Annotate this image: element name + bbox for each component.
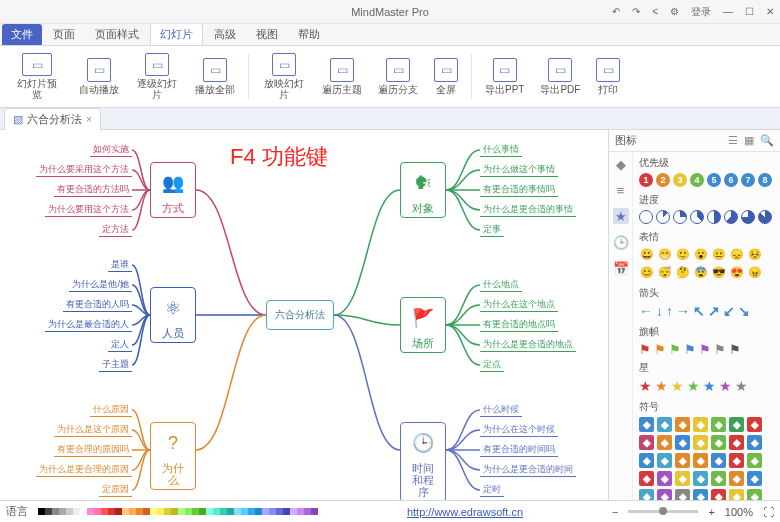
swatch-28[interactable] — [234, 508, 241, 515]
symbol-33[interactable]: ◆ — [729, 489, 744, 500]
emotion-12[interactable]: 😍 — [729, 265, 744, 280]
symbol-27[interactable]: ◆ — [747, 471, 762, 486]
flag-1[interactable] — [654, 342, 666, 355]
star-5[interactable]: ★ — [719, 378, 732, 394]
symbol-23[interactable]: ◆ — [675, 471, 690, 486]
progress-1[interactable] — [656, 210, 670, 224]
priority-8[interactable]: 8 — [758, 173, 772, 187]
symbol-8[interactable]: ◆ — [657, 435, 672, 450]
leaf-dx-1[interactable]: 为什么做这个事情 — [480, 163, 558, 177]
emotion-9[interactable]: 🤔 — [675, 265, 690, 280]
leaf-ry-2[interactable]: 有更合适的人吗 — [63, 298, 132, 312]
zoom-slider[interactable] — [628, 510, 698, 513]
swatch-35[interactable] — [283, 508, 290, 515]
status-url[interactable]: http://www.edrawsoft.cn — [407, 506, 523, 518]
priority-4[interactable]: 4 — [690, 173, 704, 187]
symbol-7[interactable]: ◆ — [639, 435, 654, 450]
symbol-2[interactable]: ◆ — [675, 417, 690, 432]
leaf-ry-1[interactable]: 为什么是他/她 — [69, 278, 132, 292]
swatch-33[interactable] — [269, 508, 276, 515]
emotion-11[interactable]: 😎 — [711, 265, 726, 280]
leaf-fs-1[interactable]: 为什么要采用这个方法 — [36, 163, 132, 177]
ribbon-item-2[interactable]: ▭逐级幻灯片 — [130, 50, 184, 103]
fit-screen-icon[interactable]: ⛶ — [763, 506, 774, 518]
ribbon-item-8[interactable]: ▭全屏 — [429, 50, 463, 103]
flag-3[interactable] — [684, 342, 696, 355]
undo-icon[interactable]: ↶ — [612, 6, 620, 17]
symbol-32[interactable]: ◆ — [711, 489, 726, 500]
leaf-ws-4[interactable]: 定原因 — [99, 483, 132, 497]
emotion-5[interactable]: 😞 — [729, 247, 744, 262]
leaf-ws-2[interactable]: 有更合理的原因吗 — [54, 443, 132, 457]
swatch-34[interactable] — [276, 508, 283, 515]
symbol-18[interactable]: ◆ — [711, 453, 726, 468]
swatch-31[interactable] — [255, 508, 262, 515]
node-cs[interactable]: 🚩场所 — [400, 297, 446, 353]
swatch-26[interactable] — [220, 508, 227, 515]
leaf-sj-2[interactable]: 有更合适的时间吗 — [480, 443, 558, 457]
zoom-out-icon[interactable]: − — [612, 506, 618, 518]
swatch-29[interactable] — [241, 508, 248, 515]
swatch-11[interactable] — [115, 508, 122, 515]
priority-7[interactable]: 7 — [741, 173, 755, 187]
node-dx[interactable]: 🗣对象 — [400, 162, 446, 218]
leaf-sj-1[interactable]: 为什么在这个时候 — [480, 423, 558, 437]
priority-6[interactable]: 6 — [724, 173, 738, 187]
leaf-fs-3[interactable]: 为什么要用这个方法 — [45, 203, 132, 217]
swatch-0[interactable] — [38, 508, 45, 515]
star-6[interactable]: ★ — [735, 378, 748, 394]
priority-1[interactable]: 1 — [639, 173, 653, 187]
swatch-39[interactable] — [311, 508, 318, 515]
swatch-23[interactable] — [199, 508, 206, 515]
emotion-7[interactable]: 😊 — [639, 265, 654, 280]
symbol-6[interactable]: ◆ — [747, 417, 762, 432]
symbol-30[interactable]: ◆ — [675, 489, 690, 500]
flag-4[interactable] — [699, 342, 711, 355]
swatch-32[interactable] — [262, 508, 269, 515]
swatch-24[interactable] — [206, 508, 213, 515]
swatch-27[interactable] — [227, 508, 234, 515]
arrow-3[interactable]: → — [676, 303, 690, 319]
emotion-10[interactable]: 😨 — [693, 265, 708, 280]
flag-0[interactable] — [639, 342, 651, 355]
close-icon[interactable]: ✕ — [766, 6, 774, 17]
document-tab[interactable]: ▧ 六合分析法 × — [4, 108, 101, 130]
progress-7[interactable] — [758, 210, 772, 224]
swatch-1[interactable] — [45, 508, 52, 515]
swatch-25[interactable] — [213, 508, 220, 515]
symbol-20[interactable]: ◆ — [747, 453, 762, 468]
symbol-34[interactable]: ◆ — [747, 489, 762, 500]
symbol-17[interactable]: ◆ — [693, 453, 708, 468]
symbol-11[interactable]: ◆ — [711, 435, 726, 450]
leaf-ry-3[interactable]: 为什么是最合适的人 — [45, 318, 132, 332]
ribbon-item-11[interactable]: ▭导出PDF — [535, 50, 585, 103]
symbol-12[interactable]: ◆ — [729, 435, 744, 450]
menu-tab-4[interactable]: 高级 — [205, 24, 245, 45]
leaf-fs-4[interactable]: 定方法 — [99, 223, 132, 237]
symbol-0[interactable]: ◆ — [639, 417, 654, 432]
swatch-30[interactable] — [248, 508, 255, 515]
swatch-7[interactable] — [87, 508, 94, 515]
arrow-4[interactable]: ↖ — [693, 303, 705, 319]
arrow-7[interactable]: ↘ — [738, 303, 750, 319]
symbol-19[interactable]: ◆ — [729, 453, 744, 468]
symbol-24[interactable]: ◆ — [693, 471, 708, 486]
leaf-cs-4[interactable]: 定点 — [480, 358, 504, 372]
symbol-10[interactable]: ◆ — [693, 435, 708, 450]
leaf-cs-2[interactable]: 有更合适的地点吗 — [480, 318, 558, 332]
emotion-0[interactable]: 😀 — [639, 247, 654, 262]
leaf-ws-1[interactable]: 为什么是这个原因 — [54, 423, 132, 437]
symbol-21[interactable]: ◆ — [639, 471, 654, 486]
search-icon[interactable]: 🔍 — [760, 134, 774, 147]
menu-tab-1[interactable]: 页面 — [44, 24, 84, 45]
progress-6[interactable] — [741, 210, 755, 224]
zoom-in-icon[interactable]: + — [708, 506, 714, 518]
swatch-18[interactable] — [164, 508, 171, 515]
side-tab-3[interactable]: 🕒 — [613, 234, 629, 250]
swatch-36[interactable] — [290, 508, 297, 515]
swatch-10[interactable] — [108, 508, 115, 515]
symbol-3[interactable]: ◆ — [693, 417, 708, 432]
leaf-dx-0[interactable]: 什么事情 — [480, 143, 522, 157]
node-fs[interactable]: 👥方式 — [150, 162, 196, 218]
leaf-dx-3[interactable]: 为什么是更合适的事情 — [480, 203, 576, 217]
